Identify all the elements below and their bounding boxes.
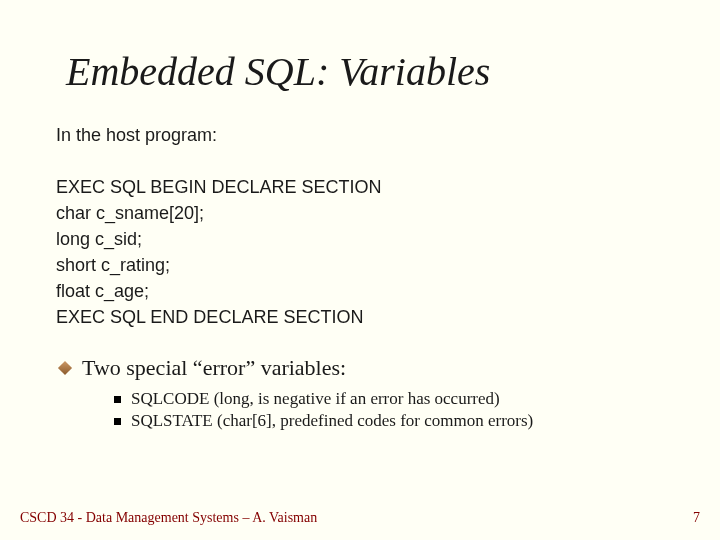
diamond-bullet-icon bbox=[58, 360, 72, 374]
square-bullet-icon bbox=[114, 418, 121, 425]
sub-bullet-text: SQLSTATE (char[6], predefined codes for … bbox=[131, 411, 533, 431]
sub-bullet-item: SQLCODE (long, is negative if an error h… bbox=[114, 389, 664, 409]
code-line: EXEC SQL END DECLARE SECTION bbox=[56, 304, 664, 330]
slide-title: Embedded SQL: Variables bbox=[66, 48, 664, 95]
code-line: float c_age; bbox=[56, 278, 664, 304]
square-bullet-icon bbox=[114, 396, 121, 403]
sub-bullet-item: SQLSTATE (char[6], predefined codes for … bbox=[114, 411, 664, 431]
code-block: EXEC SQL BEGIN DECLARE SECTION char c_sn… bbox=[56, 174, 664, 331]
code-line: long c_sid; bbox=[56, 226, 664, 252]
sub-bullet-list: SQLCODE (long, is negative if an error h… bbox=[114, 389, 664, 431]
slide-number: 7 bbox=[693, 510, 700, 526]
bullet-text: Two special “error” variables: bbox=[82, 355, 346, 381]
sub-bullet-text: SQLCODE (long, is negative if an error h… bbox=[131, 389, 500, 409]
code-line: EXEC SQL BEGIN DECLARE SECTION bbox=[56, 174, 664, 200]
footer-course: CSCD 34 - Data Management Systems – A. V… bbox=[20, 510, 317, 526]
slide-footer: CSCD 34 - Data Management Systems – A. V… bbox=[20, 510, 700, 526]
code-line: char c_sname[20]; bbox=[56, 200, 664, 226]
intro-line: In the host program: bbox=[56, 125, 664, 146]
code-line: short c_rating; bbox=[56, 252, 664, 278]
bullet-item: Two special “error” variables: bbox=[60, 355, 664, 381]
